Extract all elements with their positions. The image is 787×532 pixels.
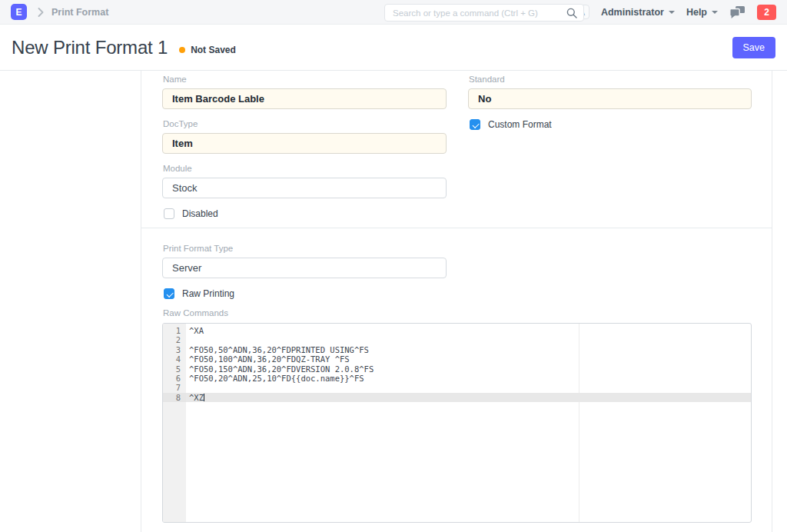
not-saved-dot-icon <box>179 47 185 53</box>
app-logo-letter: E <box>15 7 22 18</box>
field-module: Module Stock <box>162 164 447 198</box>
gutter-line-number: 6 <box>163 374 186 383</box>
code-line[interactable]: ^FO50,150^ADN,36,20^FDVERSION 2.0.8^FS <box>186 364 751 374</box>
status-badge: Not Saved <box>191 45 236 55</box>
standard-label: Standard <box>469 75 752 85</box>
code-line[interactable]: ^FO50,20^ADN,25,10^FD{{doc.name}}^FS <box>186 374 751 383</box>
field-doctype: DocType Item <box>162 119 447 154</box>
user-menu[interactable]: Administrator <box>601 7 675 18</box>
gutter-line-number: 4 <box>163 354 186 364</box>
field-standard: Standard No <box>468 75 752 109</box>
navbar-left: E Print Format <box>11 4 108 20</box>
editor-gutter: 12345678 <box>163 324 186 522</box>
name-label: Name <box>163 75 447 85</box>
form-section-printing: Print Format Type Server Raw Printing Ra… <box>141 228 772 523</box>
help-menu[interactable]: Help <box>686 7 718 18</box>
disabled-checkbox-label: Disabled <box>182 208 218 219</box>
page-head: New Print Format 1 Not Saved Save <box>0 25 787 71</box>
disabled-checkbox[interactable] <box>164 208 174 219</box>
raw-printing-checkbox-row[interactable]: Raw Printing <box>164 288 752 299</box>
raw-printing-checkbox-label: Raw Printing <box>182 288 234 299</box>
gutter-line-number: 3 <box>163 345 186 354</box>
help-menu-label: Help <box>686 7 707 18</box>
code-line[interactable]: ^XA <box>186 326 751 335</box>
code-line[interactable]: ^FO50,100^ADN,36,20^FDQZ-TRAY ^FS <box>186 354 751 364</box>
page-title: New Print Format 1 <box>12 37 168 58</box>
custom-format-checkbox[interactable] <box>470 119 480 130</box>
navbar: E Print Format A Administrator Help <box>0 0 787 25</box>
raw-printing-checkbox[interactable] <box>164 288 174 299</box>
gutter-line-number: 2 <box>163 335 186 344</box>
module-input[interactable]: Stock <box>162 178 447 198</box>
raw-commands-label: Raw Commands <box>163 308 752 318</box>
editor-content[interactable]: ^XA^FO50,50^ADN,36,20^FDPRINTED USING^FS… <box>186 324 751 522</box>
form-layout: Name Item Barcode Lable DocType Item Mod… <box>0 71 787 532</box>
module-label: Module <box>163 164 447 174</box>
print-format-type-select[interactable]: Server <box>162 258 447 278</box>
breadcrumb-print-format[interactable]: Print Format <box>51 7 108 18</box>
save-button[interactable]: Save <box>732 37 776 58</box>
search-icon[interactable] <box>566 8 577 18</box>
form-column-right: Standard No Custom Format <box>468 75 752 228</box>
gutter-line-number: 8 <box>163 393 186 402</box>
print-format-type-label: Print Format Type <box>163 244 752 254</box>
code-line[interactable] <box>186 383 751 392</box>
form-column-left: Name Item Barcode Lable DocType Item Mod… <box>162 75 447 228</box>
chevron-right-icon <box>38 8 44 17</box>
field-print-format-type: Print Format Type Server <box>162 244 752 278</box>
name-input[interactable]: Item Barcode Lable <box>162 88 447 109</box>
chat-icon[interactable] <box>729 5 745 19</box>
form-main: Name Item Barcode Lable DocType Item Mod… <box>141 71 772 532</box>
doctype-input[interactable]: Item <box>162 133 447 154</box>
gutter-line-number: 5 <box>163 364 186 374</box>
caret-down-icon <box>712 11 718 14</box>
form-section-details: Name Item Barcode Lable DocType Item Mod… <box>141 71 772 228</box>
doctype-label: DocType <box>163 119 447 129</box>
code-line[interactable] <box>186 335 751 344</box>
field-name: Name Item Barcode Lable <box>162 75 447 109</box>
standard-input[interactable]: No <box>468 88 752 109</box>
gutter-line-number: 1 <box>163 326 186 335</box>
custom-format-checkbox-label: Custom Format <box>488 119 552 130</box>
global-search[interactable] <box>384 4 584 22</box>
disabled-checkbox-row[interactable]: Disabled <box>164 208 447 219</box>
notifications-badge[interactable]: 2 <box>757 5 776 20</box>
navbar-right: A Administrator Help 2 <box>575 5 776 20</box>
caret-down-icon <box>669 11 675 14</box>
gutter-line-number: 7 <box>163 383 186 392</box>
custom-format-checkbox-row[interactable]: Custom Format <box>470 119 752 130</box>
raw-commands-editor[interactable]: 12345678 ^XA^FO50,50^ADN,36,20^FDPRINTED… <box>162 323 752 523</box>
status-indicator: Not Saved <box>179 45 236 55</box>
user-menu-label: Administrator <box>601 7 664 18</box>
code-line[interactable]: ^XZ <box>186 393 751 402</box>
app-logo[interactable]: E <box>11 4 27 20</box>
text-cursor-icon <box>204 394 205 401</box>
form-sidebar <box>0 71 141 532</box>
code-line[interactable]: ^FO50,50^ADN,36,20^FDPRINTED USING^FS <box>186 345 751 354</box>
search-input[interactable] <box>393 8 566 18</box>
